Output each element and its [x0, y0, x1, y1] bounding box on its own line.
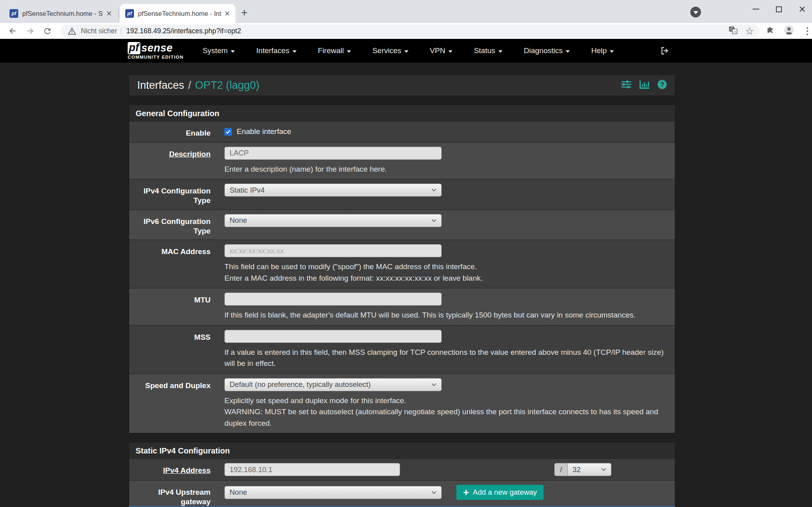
menu-services[interactable]: Services — [372, 46, 408, 55]
row-mac-address: MAC Address This field can be used to mo… — [129, 239, 675, 288]
omnibox-divider — [121, 27, 121, 34]
browser-tab-interfaces[interactable]: pf pfSenseTechnium.home - Interfa × — [120, 4, 236, 23]
extensions-puzzle-icon[interactable] — [766, 26, 775, 36]
screen: pf pfSenseTechnium.home - Status: × pf p… — [0, 0, 812, 507]
menu-vpn[interactable]: VPN — [430, 46, 452, 55]
window-maximize-button[interactable] — [776, 6, 782, 12]
ipv4-upstream-gateway-select[interactable]: None — [224, 486, 442, 499]
close-tab-icon[interactable]: × — [106, 9, 112, 18]
tab-title: pfSenseTechnium.home - Interfa — [138, 10, 221, 17]
mtu-help: If this field is blank, the adapter's de… — [224, 310, 668, 321]
row-ipv4-type: IPv4 Configuration Type Static IPv4 — [129, 179, 675, 209]
panel-header: Static IPv4 Configuration — [129, 442, 675, 459]
breadcrumb-page[interactable]: OPT2 (lagg0) — [195, 79, 259, 92]
plus-icon: + — [463, 488, 469, 497]
row-ipv4-address: IPv4 Address / 32 — [129, 459, 675, 480]
mac-help: This field can be used to modify ("spoof… — [224, 261, 668, 284]
mss-help: If a value is entered in this field, the… — [224, 347, 668, 369]
mac-address-input[interactable] — [224, 244, 442, 257]
browser-tab-strip: pf pfSenseTechnium.home - Status: × pf p… — [0, 0, 812, 23]
menu-system[interactable]: System — [203, 46, 235, 55]
url-text[interactable]: 192.168.49.25/interfaces.php?if=opt2 — [126, 27, 724, 35]
ipv4-address-input[interactable] — [224, 463, 400, 476]
tab-divider — [119, 9, 119, 18]
mtu-input[interactable] — [224, 293, 442, 306]
menu-help[interactable]: Help — [591, 46, 614, 55]
chevron-down-icon — [431, 188, 437, 192]
pfsense-logo[interactable]: pf sense COMMUNITY EDITION — [128, 42, 184, 60]
tab-title: pfSenseTechnium.home - Status: — [22, 10, 103, 17]
checkbox-label: Enable interface — [237, 127, 291, 136]
ipv6-configuration-type-select[interactable]: None — [224, 214, 442, 227]
row-ipv4-gateway: IPv4 Upstream gateway None + Add a new g… — [129, 480, 675, 507]
reload-icon[interactable] — [43, 27, 52, 36]
caret-down-icon — [448, 50, 452, 53]
speed-help: Explicitly set speed and duplex mode for… — [224, 395, 668, 429]
main-menu: System Interfaces Firewall Services VPN … — [203, 46, 614, 55]
speed-duplex-select[interactable]: Default (no preference, typically autose… — [224, 378, 442, 391]
new-tab-button[interactable]: + — [241, 7, 247, 18]
subnet-mask-select[interactable]: 32 — [568, 463, 611, 476]
pfsense-favicon: pf — [10, 9, 18, 18]
logout-icon[interactable] — [660, 46, 670, 57]
svg-text:A: A — [733, 30, 736, 34]
enable-interface-checkbox[interactable] — [224, 128, 232, 136]
chevron-down-icon — [431, 219, 437, 222]
field-label-mss: MSS — [129, 330, 211, 369]
chevron-down-icon — [431, 383, 437, 386]
address-bar[interactable]: Nicht sicher 192.168.49.25/interfaces.ph… — [61, 25, 760, 38]
menu-diagnostics[interactable]: Diagnostics — [524, 46, 570, 55]
close-tab-icon[interactable]: × — [224, 9, 230, 18]
forward-icon[interactable] — [25, 26, 35, 36]
status-graph-icon[interactable] — [639, 80, 649, 90]
bookmark-star-icon[interactable]: ☆ — [745, 25, 754, 37]
browser-update-icon[interactable] — [690, 7, 701, 17]
row-mss: MSS If a value is entered in this field,… — [129, 325, 675, 373]
caret-down-icon — [610, 50, 614, 53]
window-minimize-button[interactable] — [753, 9, 759, 10]
back-icon[interactable] — [8, 26, 17, 36]
description-input[interactable] — [224, 147, 442, 160]
panel-title: Static IPv4 Configuration — [136, 446, 230, 455]
row-mtu: MTU If this field is blank, the adapter'… — [129, 288, 675, 325]
browser-toolbar: Nicht sicher 192.168.49.25/interfaces.ph… — [0, 23, 812, 39]
related-settings-icon[interactable] — [621, 80, 631, 90]
panel-header: General Configuration — [129, 105, 675, 122]
breadcrumb-section: Interfaces — [137, 79, 184, 92]
logo-edition: COMMUNITY EDITION — [128, 55, 184, 59]
browser-tab-status[interactable]: pf pfSenseTechnium.home - Status: × — [4, 4, 117, 23]
field-label-description[interactable]: Description — [129, 147, 211, 175]
browser-menu-icon[interactable]: ⋮ — [803, 26, 812, 36]
field-label-mac: MAC Address — [129, 244, 211, 284]
chevron-down-icon — [431, 491, 437, 494]
translate-icon[interactable]: GA — [729, 26, 737, 36]
menu-interfaces[interactable]: Interfaces — [256, 46, 296, 55]
chevron-down-icon — [601, 468, 606, 471]
caret-down-icon — [231, 50, 235, 53]
ipv4-configuration-type-select[interactable]: Static IPv4 — [224, 184, 442, 197]
panel-title: General Configuration — [136, 109, 219, 118]
window-close-button[interactable]: × — [799, 6, 806, 13]
general-configuration-panel: General Configuration Enable Enable inte… — [129, 105, 675, 433]
profile-avatar[interactable] — [784, 25, 794, 37]
field-label-enable: Enable — [129, 126, 211, 138]
field-label-ipv4-address[interactable]: IPv4 Address — [129, 463, 211, 476]
add-gateway-button[interactable]: + Add a new gateway — [456, 485, 544, 500]
menu-firewall[interactable]: Firewall — [318, 46, 351, 55]
page-content: Interfaces / OPT2 (lagg0) ? — [0, 63, 812, 507]
field-label-ipv4-gateway: IPv4 Upstream gateway — [129, 485, 211, 507]
not-secure-warning-icon[interactable] — [68, 27, 76, 35]
static-ipv4-panel: Static IPv4 Configuration IPv4 Address /… — [129, 442, 675, 507]
field-label-ipv4-type: IPv4 Configuration Type — [129, 184, 211, 205]
menu-status[interactable]: Status — [474, 46, 502, 55]
caret-down-icon — [566, 50, 570, 53]
row-description: Description Enter a description (name) f… — [129, 142, 675, 179]
logo-sense: sense — [141, 42, 172, 54]
caret-down-icon — [347, 50, 351, 53]
help-icon[interactable]: ? — [657, 80, 667, 91]
security-label[interactable]: Nicht sicher — [81, 27, 117, 35]
mss-input[interactable] — [224, 330, 442, 343]
caret-down-icon — [498, 50, 502, 53]
field-label-mtu: MTU — [129, 293, 211, 321]
subnet-separator: / — [554, 463, 568, 476]
